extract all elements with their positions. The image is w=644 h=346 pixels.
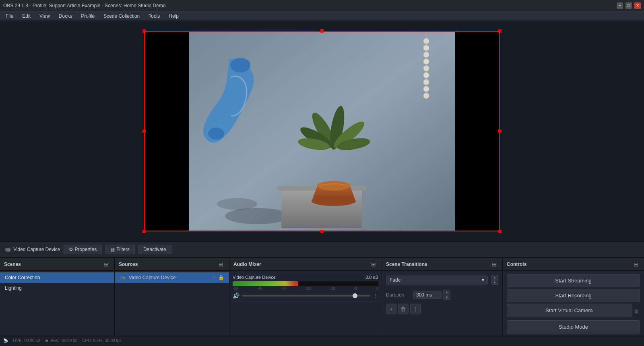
scenes-panel-header: Scenes ⊞ [0, 258, 114, 271]
start-streaming-button[interactable]: Start Streaming [507, 274, 640, 287]
camera-icon: 📹 [5, 247, 11, 252]
transitions-expand-btn[interactable]: ⊞ [490, 260, 498, 268]
duration-label: Duration [386, 292, 410, 298]
device-label: 📹 Video Capture Device [5, 247, 60, 252]
video-svg [189, 31, 455, 231]
menu-docks[interactable]: Docks [55, 12, 76, 20]
transition-remove-btn[interactable]: 🗑 [398, 304, 409, 314]
audio-expand-btn[interactable]: ⊞ [369, 260, 378, 268]
minimize-button[interactable]: − [617, 2, 623, 9]
audio-more-btn[interactable]: ⋮ [373, 292, 378, 299]
scene-item-lighting[interactable]: Lighting [0, 283, 114, 293]
preview-canvas [144, 31, 500, 231]
handle-mid-right[interactable] [498, 130, 502, 133]
studio-mode-button[interactable]: Studio Mode [507, 320, 640, 334]
handle-top-left[interactable] [142, 29, 146, 33]
transition-spinbox-arrows: ▲ ▼ [491, 275, 498, 285]
preview-black-right [455, 31, 500, 231]
transitions-header-actions: ⊞ [490, 260, 498, 268]
handle-mid-left[interactable] [142, 130, 146, 133]
network-status: 📡 [3, 338, 8, 343]
volume-slider[interactable] [242, 295, 370, 297]
transition-type-down[interactable]: ▼ [491, 280, 498, 285]
virtual-camera-row: Start Virtual Camera ⚙ [507, 304, 640, 319]
controls-expand-btn[interactable]: ⊞ [632, 260, 640, 268]
status-bar: 📡 LIVE: 00:00:00 ⏺ REC: 00:00:00 CPU: 0.… [0, 335, 644, 346]
handle-bot-left[interactable] [142, 230, 146, 233]
start-recording-button[interactable]: Start Recording [507, 289, 640, 302]
menu-help[interactable]: Help [165, 12, 183, 20]
preview-area [0, 21, 644, 241]
transitions-title: Scene Transitions [386, 262, 427, 267]
bottom-panels: Scenes ⊞ Color Correction Lighting + 🗑 ⬜… [0, 257, 644, 346]
controls-header-actions: ⊞ [632, 260, 640, 268]
transition-add-btn[interactable]: + [386, 304, 396, 314]
start-virtual-camera-button[interactable]: Start Virtual Camera [507, 304, 632, 317]
transitions-panel-header: Scene Transitions ⊞ [382, 258, 502, 271]
close-button[interactable]: ✕ [634, 2, 641, 9]
scenes-panel: Scenes ⊞ Color Correction Lighting + 🗑 ⬜… [0, 258, 115, 346]
rec-icon: ⏺ [45, 338, 49, 343]
mute-button[interactable]: 🔊 [233, 292, 239, 299]
virtual-camera-settings-icon[interactable]: ⚙ [633, 308, 640, 315]
cpu-label: CPU: 0.3%, [82, 338, 103, 343]
transition-more-btn[interactable]: ⋮ [410, 304, 421, 314]
sources-title: Sources [119, 262, 138, 267]
device-name: Video Capture Device [13, 247, 60, 252]
scene-item-color-correction[interactable]: Color Correction [0, 272, 114, 283]
duration-up[interactable]: ▲ [443, 290, 450, 295]
cpu-status: CPU: 0.3%, 30.00 fps [82, 338, 121, 343]
scenes-list: Color Correction Lighting [0, 271, 114, 342]
maximize-button[interactable]: □ [625, 2, 632, 9]
meter-scale: -60 -45 -30 -20 -10 -5 0 [233, 286, 378, 291]
controls-panel: Controls ⊞ Start Streaming Start Recordi… [503, 258, 644, 346]
sources-panel-header: Sources ⊞ [115, 258, 229, 271]
duration-row: Duration ▲ ▼ [382, 287, 502, 302]
transition-type-up[interactable]: ▲ [491, 275, 498, 280]
transition-type-select[interactable]: Fade ▾ [386, 276, 488, 284]
source-lock-icon[interactable]: 🔒 [218, 275, 224, 280]
scenes-title: Scenes [4, 262, 21, 267]
menubar: File Edit View Docks Profile Scene Colle… [0, 11, 644, 21]
duration-down[interactable]: ▼ [443, 295, 450, 300]
deactivate-button[interactable]: Deactivate [138, 245, 171, 254]
sources-header-actions: ⊞ [217, 260, 225, 268]
audio-meter-bar [233, 281, 378, 286]
source-name: Video Capture Device [129, 275, 176, 280]
menu-scene-collection[interactable]: Scene Collection [99, 12, 144, 20]
properties-button[interactable]: ⚙ Properties [64, 245, 102, 254]
menu-tools[interactable]: Tools [144, 12, 164, 20]
source-item-video-capture[interactable]: 📹 Video Capture Device 👁 🔒 [115, 272, 229, 283]
svg-rect-25 [189, 31, 455, 231]
handle-bot-center[interactable] [320, 230, 324, 233]
duration-spinbox: ▲ ▼ [413, 290, 450, 300]
handle-top-center[interactable] [320, 29, 324, 33]
menu-file[interactable]: File [2, 12, 17, 20]
audio-track-video-capture: Video Capture Device 0.0 dB -60 -45 -30 … [229, 272, 382, 302]
network-icon: 📡 [3, 338, 8, 343]
menu-edit[interactable]: Edit [18, 12, 35, 20]
handle-bot-right[interactable] [498, 230, 502, 233]
volume-knob [353, 293, 357, 298]
filters-button[interactable]: ▦ Filters [105, 245, 135, 254]
audio-controls: 🔊 ⋮ [233, 292, 378, 299]
handle-top-right[interactable] [498, 29, 502, 33]
menu-profile[interactable]: Profile [77, 12, 99, 20]
audio-track-header: Video Capture Device 0.0 dB [233, 275, 378, 280]
scenes-expand-btn[interactable]: ⊞ [102, 260, 110, 268]
source-visibility-icon[interactable]: 👁 [212, 275, 217, 280]
menu-view[interactable]: View [35, 12, 54, 20]
titlebar-controls: − □ ✕ [617, 2, 641, 9]
sources-expand-btn[interactable]: ⊞ [217, 260, 225, 268]
titlebar-title: OBS 29.1.3 - Profile: Support Article Ex… [3, 3, 166, 8]
properties-icon: ⚙ [69, 247, 73, 252]
chevron-down-icon: ▾ [482, 277, 484, 283]
titlebar: OBS 29.1.3 - Profile: Support Article Ex… [0, 0, 644, 11]
preview-black-left [144, 31, 189, 231]
duration-input[interactable] [413, 291, 442, 299]
live-label: LIVE: [13, 338, 23, 343]
audio-meter-fill [233, 281, 298, 286]
audio-header-actions: ⊞ [369, 260, 378, 268]
scenes-header-actions: ⊞ [102, 260, 110, 268]
rec-time: 00:00:00 [62, 338, 77, 343]
